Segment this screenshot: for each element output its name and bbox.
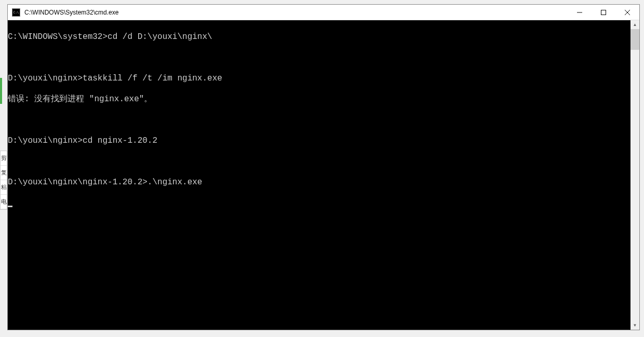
command: taskkill /f /t /im nginx.exe bbox=[83, 74, 222, 83]
side-accent bbox=[0, 78, 2, 104]
scroll-up-arrow[interactable]: ▲ bbox=[630, 20, 639, 29]
terminal-line: D:\youxi\nginx>taskkill /f /t /im nginx.… bbox=[8, 73, 630, 84]
terminal-line bbox=[8, 156, 630, 167]
maximize-icon bbox=[601, 10, 606, 15]
minimize-icon bbox=[577, 10, 582, 15]
prompt: D:\youxi\nginx\nginx-1.20.2> bbox=[8, 178, 147, 187]
side-item-paste[interactable]: 粘 bbox=[1, 180, 7, 195]
side-item-copy[interactable]: 复 bbox=[1, 166, 7, 180]
terminal-line: D:\youxi\nginx\nginx-1.20.2>.\nginx.exe bbox=[8, 177, 630, 187]
command: .\nginx.exe bbox=[147, 178, 203, 187]
terminal-line bbox=[8, 115, 630, 125]
close-button[interactable] bbox=[615, 5, 639, 20]
terminal[interactable]: C:\WINDOWS\system32>cd /d D:\youxi\nginx… bbox=[8, 20, 630, 330]
output: 错误: 没有找到进程 "nginx.exe"。 bbox=[8, 95, 152, 104]
window-title: C:\WINDOWS\System32\cmd.exe bbox=[23, 9, 568, 16]
window-controls bbox=[568, 5, 639, 20]
side-item-cut[interactable]: 剪 bbox=[1, 151, 7, 166]
prompt: D:\youxi\nginx> bbox=[8, 136, 83, 145]
terminal-line bbox=[8, 52, 630, 63]
titlebar[interactable]: C:\WINDOWS\System32\cmd.exe bbox=[8, 5, 639, 20]
terminal-line: C:\WINDOWS\system32>cd /d D:\youxi\nginx… bbox=[8, 32, 630, 42]
terminal-line: 错误: 没有找到进程 "nginx.exe"。 bbox=[8, 94, 630, 104]
maximize-button[interactable] bbox=[592, 5, 615, 20]
terminal-area: C:\WINDOWS\system32>cd /d D:\youxi\nginx… bbox=[8, 20, 639, 330]
cursor bbox=[8, 206, 12, 207]
prompt: D:\youxi\nginx> bbox=[8, 74, 83, 83]
cmd-icon bbox=[12, 8, 20, 17]
minimize-button[interactable] bbox=[568, 5, 592, 20]
prompt: C:\WINDOWS\system32> bbox=[8, 32, 108, 42]
scroll-thumb[interactable] bbox=[630, 29, 639, 50]
close-icon bbox=[625, 10, 630, 15]
scroll-down-arrow[interactable]: ▼ bbox=[630, 321, 639, 330]
vertical-scrollbar[interactable]: ▲ ▼ bbox=[630, 20, 639, 330]
side-toolbar: 剪 复 粘 电 bbox=[0, 151, 7, 210]
svg-rect-1 bbox=[601, 10, 606, 15]
command: cd nginx-1.20.2 bbox=[83, 136, 157, 145]
command: cd /d D:\youxi\nginx\ bbox=[108, 32, 212, 42]
side-item-computer[interactable]: 电 bbox=[1, 195, 7, 209]
cmd-window: C:\WINDOWS\System32\cmd.exe C:\WINDOWS\s… bbox=[7, 4, 640, 330]
terminal-line: D:\youxi\nginx>cd nginx-1.20.2 bbox=[8, 136, 630, 146]
terminal-line bbox=[8, 198, 630, 208]
